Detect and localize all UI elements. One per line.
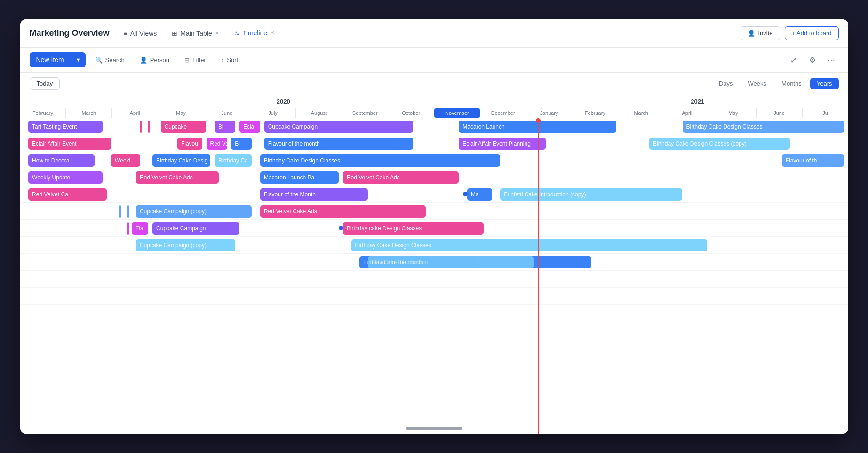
- search-icon: 🔍: [95, 57, 103, 64]
- bar-macaron-launch-pa[interactable]: Macaron Launch Pa: [260, 171, 339, 184]
- header: Marketing Overview ≡ All Views ⊞ Main Ta…: [20, 19, 848, 48]
- table-icon: ⊞: [172, 30, 177, 37]
- month-ju-2021: Ju: [803, 108, 848, 118]
- bar-cupcake[interactable]: Cupcake: [161, 121, 207, 133]
- bar-red-ve[interactable]: Red Ve: [207, 138, 227, 150]
- bar-cupcake-campaign-copy[interactable]: Cupcake Campaign (copy): [136, 239, 235, 251]
- bar-birthday-ca[interactable]: Birthday Ca: [215, 154, 252, 167]
- app-title: Marketing Overview: [30, 28, 110, 38]
- sort-icon: ↕: [221, 57, 224, 64]
- bar-weekly-update[interactable]: Weekly Update: [28, 171, 103, 184]
- bar-tart-tasting[interactable]: Tart Tasting Event: [28, 121, 103, 133]
- gantt-row-6: Fla Cupcake Campaign Birthday cake Desig…: [20, 220, 848, 237]
- month-nov-2020: November: [434, 108, 480, 118]
- bar-red-velvet-1[interactable]: Red Velvet Cake Ads: [136, 171, 219, 184]
- person-button[interactable]: 👤 Person: [134, 53, 175, 67]
- bar-flavour-month-2[interactable]: Flavour of the Month: [260, 188, 368, 201]
- mini-bar-3: [119, 205, 121, 218]
- bar-bi[interactable]: Bi: [215, 121, 235, 133]
- timeline-icon: ≋: [234, 29, 240, 37]
- bar-red-velvet-3[interactable]: Red Velvet Cake Ads: [260, 205, 426, 218]
- more-button[interactable]: ⋯: [824, 52, 839, 67]
- days-button[interactable]: Days: [712, 78, 740, 89]
- bar-cupcake-copy[interactable]: Cupcake Campaign (copy): [136, 205, 252, 218]
- month-header-row: February March April May June July Augus…: [20, 108, 848, 118]
- gantt-row-7: Cupcake Campaign (copy) Birthday Cake De…: [20, 237, 848, 254]
- tab-all-views[interactable]: ≡ All Views: [117, 27, 164, 40]
- bar-bday-design-classes[interactable]: Birthday Cake Design Classes: [260, 154, 500, 167]
- bar-birthday-cake-1[interactable]: Birthday Cake Design Classes: [683, 121, 844, 133]
- settings-button[interactable]: ⚙: [805, 52, 820, 67]
- bar-bday-copy[interactable]: Birthday Cake Design Classes (copy): [649, 138, 790, 150]
- month-apr-2021: April: [664, 108, 710, 118]
- app-window: Marketing Overview ≡ All Views ⊞ Main Ta…: [20, 19, 848, 434]
- time-controls: Today Days Weeks Months Years: [20, 73, 848, 95]
- bar-eclair-planning[interactable]: Eclair Affair Event Planning: [459, 138, 546, 150]
- gantt-row-4: Red Velvet Ca Flavour of the Month Ma Fu…: [20, 186, 848, 203]
- mini-bar-1: [140, 121, 142, 133]
- month-jul-2020: July: [250, 108, 296, 118]
- bar-ecla[interactable]: Ecla: [239, 121, 260, 133]
- bar-red-velvet-2[interactable]: Red Velvet Cake Ads: [343, 171, 459, 184]
- bar-funfetti-copy[interactable]: Funfetti Cake Introduction (copy): [500, 188, 682, 201]
- mini-bar-2: [148, 121, 150, 133]
- new-item-dropdown-arrow[interactable]: ▼: [71, 53, 86, 66]
- mini-bar-4: [127, 205, 129, 218]
- months-button[interactable]: Months: [775, 78, 808, 89]
- invite-button[interactable]: 👤 Invite: [741, 26, 780, 40]
- bar-bday-classes-pink[interactable]: Birthday cake Design Classes: [343, 222, 484, 235]
- today-dot: [536, 118, 541, 123]
- bar-flavour-month[interactable]: Flavour of the month: [264, 138, 414, 150]
- sort-button[interactable]: ↕ Sort: [215, 53, 244, 67]
- tab-main-table[interactable]: ⊞ Main Table ✕: [165, 27, 225, 40]
- search-button[interactable]: 🔍 Search: [89, 53, 130, 67]
- today-button[interactable]: Today: [30, 77, 60, 90]
- year-header-row: 2020 2021: [20, 95, 848, 108]
- month-dec-2020: December: [480, 108, 526, 118]
- add-to-board-button[interactable]: + Add to board: [785, 26, 839, 40]
- bar-bi2[interactable]: Bi: [231, 138, 252, 150]
- gantt-row-2: How to Decora Weekl Birthday Cake Desig …: [20, 152, 848, 169]
- filter-button[interactable]: ⊟ Filter: [179, 53, 212, 67]
- gantt-row-1: Eclair Affair Event Flavou Red Ve Bi Fla…: [20, 135, 848, 152]
- month-may-2020: May: [158, 108, 204, 118]
- all-views-icon: ≡: [124, 30, 127, 37]
- month-apr-2020: April: [112, 108, 158, 118]
- person-icon: 👤: [748, 30, 755, 37]
- year-2020: 2020: [20, 95, 547, 108]
- bar-flavou[interactable]: Flavou: [177, 138, 202, 150]
- bar-flavour-month-3[interactable]: Flavour of the month: [368, 256, 534, 268]
- bar-fla[interactable]: Fla: [132, 222, 148, 235]
- month-jun-2021: June: [757, 108, 803, 118]
- bar-flavour-th[interactable]: Flavour of th: [782, 154, 844, 167]
- today-line: [538, 118, 539, 434]
- mini-bar-5: [127, 222, 129, 235]
- bar-eclair-affair[interactable]: Eclair Affair Event: [28, 138, 111, 150]
- bar-cupcake-campaign[interactable]: Cupcake Campaign: [264, 121, 414, 133]
- gantt-area: Tart Tasting Event Cupcake Bi Ecla Cupca…: [20, 118, 848, 434]
- month-jun-2020: June: [204, 108, 250, 118]
- weeks-button[interactable]: Weeks: [741, 78, 773, 89]
- new-item-button[interactable]: New Item ▼: [30, 52, 86, 67]
- bar-bday-classes-sky[interactable]: Birthday Cake Design Classes: [351, 239, 708, 251]
- bar-bday-desig[interactable]: Birthday Cake Desig: [152, 154, 210, 167]
- bar-how-to-decora[interactable]: How to Decora: [28, 154, 95, 167]
- scroll-bar[interactable]: [406, 427, 462, 430]
- filter-icon: ⊟: [184, 57, 190, 64]
- bar-red-velvet-ca[interactable]: Red Velvet Ca: [28, 188, 107, 201]
- month-may-2021: May: [710, 108, 757, 118]
- bar-weekl[interactable]: Weekl: [111, 154, 140, 167]
- bar-ma[interactable]: Ma: [467, 188, 492, 201]
- month-jan-2021: January: [526, 108, 573, 118]
- month-feb-2021: February: [572, 108, 618, 118]
- fullscreen-button[interactable]: ⤢: [786, 52, 801, 67]
- nav-tabs: ≡ All Views ⊞ Main Table ✕ ≋ Timeline ✕: [117, 26, 737, 40]
- years-button[interactable]: Years: [810, 78, 839, 89]
- time-unit-controls: Days Weeks Months Years: [712, 78, 839, 89]
- month-oct-2020: October: [388, 108, 434, 118]
- month-aug-2020: August: [296, 108, 342, 118]
- gantt-row-9: [20, 271, 848, 288]
- tab-timeline[interactable]: ≋ Timeline ✕: [228, 26, 281, 40]
- year-2021: 2021: [547, 95, 848, 108]
- bar-cupcake-campaign-2[interactable]: Cupcake Campaign: [152, 222, 239, 235]
